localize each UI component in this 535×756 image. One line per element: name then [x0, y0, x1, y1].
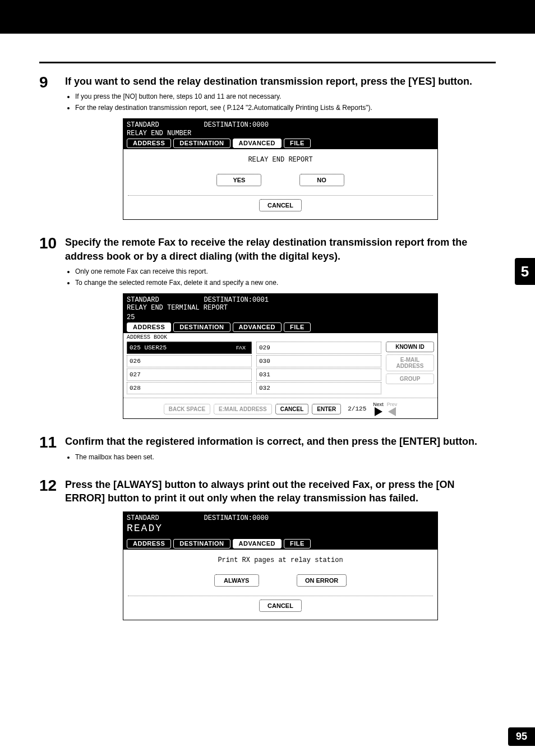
address-entry[interactable]: 028 — [127, 382, 252, 394]
tab-address[interactable]: ADDRESS — [127, 539, 171, 548]
next-page-button[interactable]: Next — [373, 402, 384, 416]
body-label: Print RX pages at relay station — [128, 556, 433, 564]
screen-subtitle: RELAY END TERMINAL REPORT — [127, 304, 434, 312]
tab-advanced[interactable]: ADVANCED — [233, 322, 282, 332]
destination-counter: DESTINATION:0000 — [204, 514, 269, 522]
device-screen-relay-end-report: STANDARD DESTINATION:0000 RELAY END NUMB… — [123, 118, 438, 220]
mode-label: STANDARD — [127, 121, 159, 129]
device-screen-print-rx: STANDARD DESTINATION:0000 READY ADDRESS … — [123, 511, 438, 620]
page-counter: 2/125 — [348, 405, 366, 412]
tab-file[interactable]: FILE — [284, 539, 311, 548]
address-entry[interactable]: 027 — [127, 368, 252, 381]
no-button[interactable]: NO — [299, 174, 344, 186]
step-9: 9 If you want to send the relay destinat… — [39, 75, 496, 225]
destination-counter: DESTINATION:0001 — [204, 296, 269, 304]
tab-destination[interactable]: DESTINATION — [173, 322, 230, 332]
address-entry[interactable]: 029 — [256, 342, 381, 354]
tab-address[interactable]: ADDRESS — [127, 139, 171, 148]
step-11: 11 Confirm that the registered informati… — [39, 435, 496, 467]
address-entry[interactable]: 032 — [256, 382, 381, 394]
on-error-button[interactable]: ON ERROR — [297, 574, 347, 587]
tab-address[interactable]: ADDRESS — [127, 322, 171, 332]
back-space-button: BACK SPACE — [164, 404, 210, 414]
step-number: 11 — [39, 435, 65, 450]
horizontal-rule — [39, 62, 496, 63]
tab-advanced[interactable]: ADVANCED — [233, 539, 282, 548]
always-button[interactable]: ALWAYS — [214, 574, 259, 587]
known-id-button[interactable]: KNOWN ID — [386, 342, 434, 352]
tab-file[interactable]: FILE — [284, 139, 311, 148]
step-title: If you want to send the relay destinatio… — [65, 75, 496, 88]
email-address-footer-button: E:MAIL ADDRESS — [214, 404, 272, 414]
prev-page-button: Prev — [387, 402, 398, 416]
step-number: 10 — [39, 236, 65, 251]
fax-badge: FAX — [233, 345, 249, 351]
cancel-button[interactable]: CANCEL — [259, 199, 302, 211]
screen-subtitle: RELAY END NUMBER — [127, 130, 434, 137]
step-title: Press the [ALWAYS] button to always prin… — [65, 478, 496, 505]
step-bullet: For the relay destination transmission r… — [75, 103, 496, 113]
mail-address-button: E-MAIL ADDRESS — [386, 354, 434, 371]
dialed-number: 25 — [127, 314, 434, 321]
step-bullet: To change the selected remote Fax, delet… — [75, 278, 496, 288]
step-number: 12 — [39, 478, 65, 494]
tab-destination[interactable]: DESTINATION — [173, 539, 230, 548]
ready-label: READY — [127, 523, 434, 535]
enter-button[interactable]: ENTER — [312, 404, 341, 414]
step-bullet: Only one remote Fax can receive this rep… — [75, 266, 496, 276]
address-entry[interactable]: 031 — [256, 368, 381, 381]
section-label: ADDRESS BOOK — [123, 333, 437, 342]
yes-button[interactable]: YES — [216, 174, 261, 186]
address-entry[interactable]: 026 — [127, 355, 252, 367]
address-entry-selected[interactable]: 025 USER25 FAX — [127, 342, 252, 354]
cancel-button[interactable]: CANCEL — [275, 404, 309, 414]
mode-label: STANDARD — [127, 296, 159, 304]
address-entry[interactable]: 030 — [256, 355, 381, 367]
cancel-button[interactable]: CANCEL — [259, 600, 302, 612]
mode-label: STANDARD — [127, 514, 159, 522]
step-bullet: The mailbox has been set. — [75, 452, 496, 462]
step-number: 9 — [39, 75, 65, 90]
device-screen-address-book: STANDARD DESTINATION:0001 RELAY END TERM… — [123, 293, 438, 419]
group-button: GROUP — [386, 374, 434, 384]
step-12: 12 Press the [ALWAYS] button to always p… — [39, 478, 496, 626]
tab-file[interactable]: FILE — [284, 322, 311, 332]
tab-advanced[interactable]: ADVANCED — [233, 139, 282, 148]
step-bullet: If you press the [NO] button here, steps… — [75, 91, 496, 102]
step-title: Confirm that the registered information … — [65, 435, 496, 448]
destination-counter: DESTINATION:0000 — [204, 121, 269, 129]
step-10: 10 Specify the remote Fax to receive the… — [39, 236, 496, 425]
top-black-bar — [0, 0, 535, 34]
tab-destination[interactable]: DESTINATION — [173, 139, 230, 148]
body-label: RELAY END REPORT — [128, 156, 433, 164]
chapter-tab: 5 — [515, 258, 535, 285]
step-title: Specify the remote Fax to receive the re… — [65, 236, 496, 263]
